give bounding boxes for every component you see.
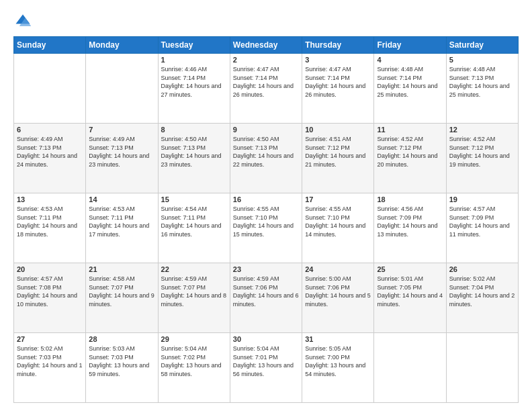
day-number: 6 [17, 126, 83, 134]
day-cell-4-3: 30Sunrise: 5:04 AM Sunset: 7:01 PM Dayli… [230, 333, 302, 403]
day-cell-0-2: 1Sunrise: 4:46 AM Sunset: 7:14 PM Daylig… [158, 54, 230, 124]
week-row-2: 6Sunrise: 4:49 AM Sunset: 7:13 PM Daylig… [14, 124, 519, 193]
day-cell-2-1: 14Sunrise: 4:53 AM Sunset: 7:11 PM Dayli… [86, 193, 158, 263]
day-number: 11 [377, 126, 443, 134]
day-cell-1-2: 8Sunrise: 4:50 AM Sunset: 7:13 PM Daylig… [158, 124, 230, 193]
day-info: Sunrise: 4:48 AM Sunset: 7:13 PM Dayligh… [449, 65, 515, 99]
day-cell-0-4: 3Sunrise: 4:47 AM Sunset: 7:14 PM Daylig… [302, 54, 374, 124]
day-number: 9 [233, 126, 299, 134]
day-cell-3-0: 20Sunrise: 4:57 AM Sunset: 7:08 PM Dayli… [14, 263, 86, 333]
day-number: 3 [305, 56, 371, 64]
day-number: 22 [161, 265, 227, 273]
day-number: 5 [449, 56, 515, 64]
header-monday: Monday [86, 37, 158, 54]
day-number: 23 [233, 265, 299, 273]
day-info: Sunrise: 4:49 AM Sunset: 7:13 PM Dayligh… [17, 135, 83, 169]
day-number: 2 [233, 56, 299, 64]
day-cell-4-1: 28Sunrise: 5:03 AM Sunset: 7:03 PM Dayli… [86, 333, 158, 403]
day-number: 25 [377, 265, 443, 273]
day-cell-2-4: 17Sunrise: 4:55 AM Sunset: 7:10 PM Dayli… [302, 193, 374, 263]
day-number: 20 [17, 265, 83, 273]
header-sunday: Sunday [14, 37, 86, 54]
day-cell-2-3: 16Sunrise: 4:55 AM Sunset: 7:10 PM Dayli… [230, 193, 302, 263]
day-cell-3-5: 25Sunrise: 5:01 AM Sunset: 7:05 PM Dayli… [374, 263, 446, 333]
day-info: Sunrise: 4:53 AM Sunset: 7:11 PM Dayligh… [89, 205, 154, 238]
day-number: 31 [305, 335, 371, 343]
day-info: Sunrise: 4:52 AM Sunset: 7:12 PM Dayligh… [377, 135, 443, 169]
day-info: Sunrise: 5:03 AM Sunset: 7:03 PM Dayligh… [89, 345, 154, 378]
day-info: Sunrise: 5:04 AM Sunset: 7:02 PM Dayligh… [161, 345, 227, 378]
day-cell-1-6: 12Sunrise: 4:52 AM Sunset: 7:12 PM Dayli… [446, 124, 518, 193]
day-number: 12 [449, 126, 515, 134]
day-number: 19 [449, 195, 515, 203]
header-wednesday: Wednesday [230, 37, 302, 54]
day-cell-0-3: 2Sunrise: 4:47 AM Sunset: 7:14 PM Daylig… [230, 54, 302, 124]
day-info: Sunrise: 5:00 AM Sunset: 7:06 PM Dayligh… [305, 275, 371, 308]
day-info: Sunrise: 4:49 AM Sunset: 7:13 PM Dayligh… [89, 135, 154, 169]
day-cell-4-2: 29Sunrise: 5:04 AM Sunset: 7:02 PM Dayli… [158, 333, 230, 403]
day-info: Sunrise: 5:02 AM Sunset: 7:03 PM Dayligh… [17, 345, 83, 378]
day-info: Sunrise: 5:04 AM Sunset: 7:01 PM Dayligh… [233, 345, 299, 378]
day-number: 8 [161, 126, 227, 134]
day-number: 21 [89, 265, 154, 273]
day-number: 30 [233, 335, 299, 343]
day-number: 10 [305, 126, 371, 134]
header-friday: Friday [374, 37, 446, 54]
day-number: 26 [449, 265, 515, 273]
header-thursday: Thursday [302, 37, 374, 54]
day-cell-3-6: 26Sunrise: 5:02 AM Sunset: 7:04 PM Dayli… [446, 263, 518, 333]
day-info: Sunrise: 4:57 AM Sunset: 7:09 PM Dayligh… [449, 205, 515, 238]
week-row-4: 20Sunrise: 4:57 AM Sunset: 7:08 PM Dayli… [14, 263, 519, 333]
day-cell-2-6: 19Sunrise: 4:57 AM Sunset: 7:09 PM Dayli… [446, 193, 518, 263]
day-number: 24 [305, 265, 371, 273]
day-info: Sunrise: 4:55 AM Sunset: 7:10 PM Dayligh… [233, 205, 299, 238]
day-cell-3-4: 24Sunrise: 5:00 AM Sunset: 7:06 PM Dayli… [302, 263, 374, 333]
day-cell-0-6: 5Sunrise: 4:48 AM Sunset: 7:13 PM Daylig… [446, 54, 518, 124]
day-number: 1 [161, 56, 227, 64]
day-number: 4 [377, 56, 443, 64]
day-cell-0-0 [14, 54, 86, 124]
day-cell-3-1: 21Sunrise: 4:58 AM Sunset: 7:07 PM Dayli… [86, 263, 158, 333]
day-cell-4-6 [446, 333, 518, 403]
day-info: Sunrise: 4:51 AM Sunset: 7:12 PM Dayligh… [305, 135, 371, 169]
day-number: 13 [17, 195, 83, 203]
day-info: Sunrise: 4:47 AM Sunset: 7:14 PM Dayligh… [233, 65, 299, 99]
day-cell-1-1: 7Sunrise: 4:49 AM Sunset: 7:13 PM Daylig… [86, 124, 158, 193]
day-cell-4-0: 27Sunrise: 5:02 AM Sunset: 7:03 PM Dayli… [14, 333, 86, 403]
week-row-5: 27Sunrise: 5:02 AM Sunset: 7:03 PM Dayli… [14, 333, 519, 403]
day-info: Sunrise: 5:02 AM Sunset: 7:04 PM Dayligh… [449, 275, 515, 308]
day-number: 28 [89, 335, 154, 343]
week-row-3: 13Sunrise: 4:53 AM Sunset: 7:11 PM Dayli… [14, 193, 519, 263]
day-number: 17 [305, 195, 371, 203]
day-cell-0-1 [86, 54, 158, 124]
day-number: 27 [17, 335, 83, 343]
logo [13, 12, 35, 31]
day-info: Sunrise: 4:50 AM Sunset: 7:13 PM Dayligh… [161, 135, 227, 169]
day-cell-0-5: 4Sunrise: 4:48 AM Sunset: 7:14 PM Daylig… [374, 54, 446, 124]
day-info: Sunrise: 4:58 AM Sunset: 7:07 PM Dayligh… [89, 275, 154, 308]
day-cell-1-5: 11Sunrise: 4:52 AM Sunset: 7:12 PM Dayli… [374, 124, 446, 193]
weekday-header-row: Sunday Monday Tuesday Wednesday Thursday… [14, 37, 519, 54]
logo-icon [13, 12, 32, 31]
day-info: Sunrise: 4:52 AM Sunset: 7:12 PM Dayligh… [449, 135, 515, 169]
day-info: Sunrise: 4:47 AM Sunset: 7:14 PM Dayligh… [305, 65, 371, 99]
day-cell-2-0: 13Sunrise: 4:53 AM Sunset: 7:11 PM Dayli… [14, 193, 86, 263]
day-info: Sunrise: 4:54 AM Sunset: 7:11 PM Dayligh… [161, 205, 227, 238]
day-info: Sunrise: 4:55 AM Sunset: 7:10 PM Dayligh… [305, 205, 371, 238]
calendar-table: Sunday Monday Tuesday Wednesday Thursday… [13, 36, 519, 403]
day-info: Sunrise: 4:59 AM Sunset: 7:07 PM Dayligh… [161, 275, 227, 308]
day-number: 16 [233, 195, 299, 203]
day-cell-4-4: 31Sunrise: 5:05 AM Sunset: 7:00 PM Dayli… [302, 333, 374, 403]
day-number: 29 [161, 335, 227, 343]
day-cell-1-0: 6Sunrise: 4:49 AM Sunset: 7:13 PM Daylig… [14, 124, 86, 193]
day-info: Sunrise: 4:50 AM Sunset: 7:13 PM Dayligh… [233, 135, 299, 169]
day-info: Sunrise: 4:57 AM Sunset: 7:08 PM Dayligh… [17, 275, 83, 308]
week-row-1: 1Sunrise: 4:46 AM Sunset: 7:14 PM Daylig… [14, 54, 519, 124]
header-tuesday: Tuesday [158, 37, 230, 54]
day-info: Sunrise: 4:46 AM Sunset: 7:14 PM Dayligh… [161, 65, 227, 99]
header-saturday: Saturday [446, 37, 518, 54]
day-cell-2-5: 18Sunrise: 4:56 AM Sunset: 7:09 PM Dayli… [374, 193, 446, 263]
day-number: 18 [377, 195, 443, 203]
day-number: 14 [89, 195, 154, 203]
day-info: Sunrise: 5:05 AM Sunset: 7:00 PM Dayligh… [305, 345, 371, 378]
